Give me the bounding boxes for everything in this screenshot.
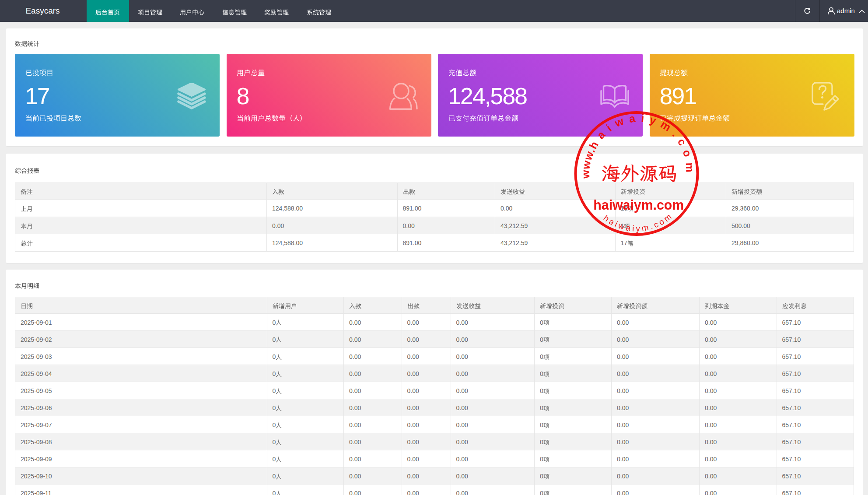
svg-text:haiwaiym.com: haiwaiym.com — [593, 197, 684, 213]
svg-text:www.: www. — [579, 146, 597, 179]
